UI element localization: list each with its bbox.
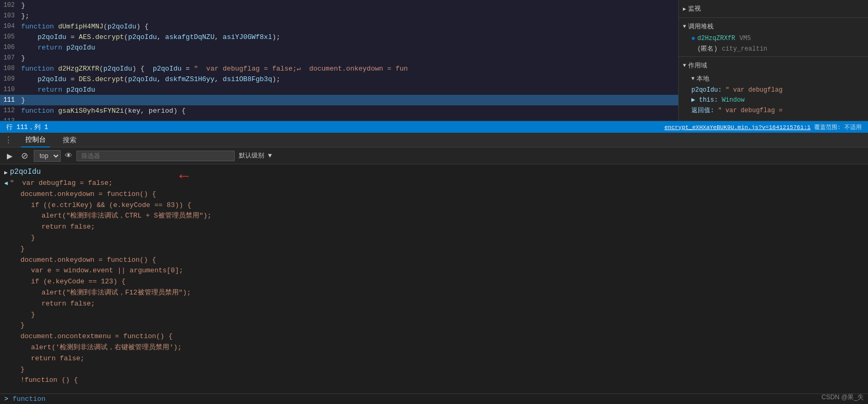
console-input-line[interactable]: > function <box>0 393 868 404</box>
code-line-113: 113 <box>0 116 678 121</box>
code-line-109: 109 p2qoIdu = DES.decrypt(p2qoIdu, dskfm… <box>0 74 678 84</box>
code-line-112: 112 function gsaKiS0yh4sFYN2i(key, perio… <box>0 105 678 116</box>
filter-input[interactable] <box>76 151 235 161</box>
console-entry-value: ◀ " var debugflag = false; document.onke… <box>0 177 868 387</box>
scope-expand-icon: ▼ <box>683 63 686 68</box>
code-line-105: 105 p2qoIdu = AES.decrypt(p2qoIdu, askaf… <box>0 32 678 42</box>
console-toolbar: ▶ ⊘ top 👁 默认级别 ▼ <box>0 147 868 164</box>
scope-var-2: 返回值: " var debugflag = <box>683 105 864 116</box>
right-panel: ▶ 监视 ▼ 调用堆栈 ◆ d2HzqZRXfR VM5 ◆ (匿名) city… <box>678 0 868 121</box>
value-line-14: document.oncontextmenu = function() { <box>10 332 173 340</box>
monitor-header[interactable]: ▶ 监视 <box>683 2 864 15</box>
value-line-1: document.onkeydown = function() { <box>10 190 156 198</box>
code-line-111: 111 } ← <box>0 95 678 105</box>
scope-label: 作用域 <box>688 61 707 70</box>
stack-bullet-1: ◆ <box>691 45 695 53</box>
input-function-keyword: function <box>13 395 45 403</box>
variable-label: p2qoIdu <box>10 167 41 176</box>
console-entry-variable[interactable]: ▶ p2qoIdu <box>0 166 868 177</box>
scope-var-val-1: Window <box>722 96 745 104</box>
value-line-10: alert("检测到非法调试，F12被管理员禁用"); <box>10 289 191 297</box>
console-value-content: " var debugflag = false; document.onkeyd… <box>10 178 864 386</box>
status-position: 行 111，列 1 <box>6 123 664 132</box>
value-line-7: document.onkeydown = function() { <box>10 256 156 264</box>
call-stack-section: ▼ 调用堆栈 ◆ d2HzqZRXfR VM5 ◆ (匿名) city_real… <box>679 18 868 57</box>
stack-fn-1: (匿名) <box>697 44 717 53</box>
code-editor: 102 } 103 }; 104 function dUmfipH4MNJ(p2… <box>0 0 678 121</box>
status-file-link[interactable]: encrypt_eXHXaYeBUK9U.min.js?v=1641215761… <box>664 124 811 131</box>
value-line-0: " var debugflag = false; <box>10 179 113 187</box>
tab-search[interactable]: 搜索 <box>59 133 81 147</box>
call-stack-header[interactable]: ▼ 调用堆栈 <box>683 20 864 33</box>
code-line-106: 106 return p2qoIdu <box>0 42 678 53</box>
execute-button[interactable]: ▶ <box>4 151 15 161</box>
scope-var-name-2: 返回值: <box>691 107 718 114</box>
stack-file-1: city_realtin <box>722 45 767 53</box>
local-label: 本地 <box>697 74 709 83</box>
code-line-103: 103 }; <box>0 11 678 21</box>
scope-var-name-1: ▶ this: <box>691 96 722 104</box>
status-link-area: encrypt_eXHXaYeBUK9U.min.js?v=1641215761… <box>664 123 862 131</box>
local-header[interactable]: ▼ 本地 <box>683 72 864 85</box>
watermark: CSDN @果_失 <box>822 393 864 402</box>
code-line-102: 102 } <box>0 0 678 11</box>
status-coverage: 覆盖范围: 不适用 <box>814 124 862 131</box>
value-line-2: if ((e.ctrlKey) && (e.keyCode == 83)) { <box>10 201 191 209</box>
input-prompt: > <box>4 395 8 403</box>
scope-var-val-2: " var debugflag = <box>718 107 782 114</box>
monitor-expand-icon: ▶ <box>683 6 686 12</box>
stack-bullet-0: ◆ <box>691 34 695 42</box>
context-selector[interactable]: top <box>34 150 61 162</box>
call-stack-label: 调用堆栈 <box>688 22 713 31</box>
status-bar: 行 111，列 1 encrypt_eXHXaYeBUK9U.min.js?v=… <box>0 121 868 133</box>
value-line-16: return false; <box>10 354 84 362</box>
value-line-4: return false; <box>10 223 95 231</box>
code-line-110: 110 return p2qoIdu <box>0 84 678 95</box>
value-line-9: if (e.keyCode == 123) { <box>10 278 126 285</box>
scope-var-0: p2qoIdu: " var debugflag <box>683 85 864 95</box>
clear-button[interactable]: ⊘ <box>19 151 30 161</box>
scope-var-1: ▶ this: Window <box>683 95 864 105</box>
tab-menu-icon[interactable]: ⋮ <box>4 135 13 145</box>
tab-console[interactable]: 控制台 <box>21 133 50 147</box>
monitor-section: ▶ 监视 <box>679 0 868 18</box>
code-lines: 102 } 103 }; 104 function dUmfipH4MNJ(p2… <box>0 0 678 121</box>
value-line-5: } <box>10 234 35 242</box>
stack-fn-0: d2HzqZRXfR <box>697 35 735 42</box>
scope-var-name-0: p2qoIdu: <box>691 86 726 94</box>
value-line-12: } <box>10 311 35 319</box>
scope-var-val-0: " var debugflag <box>726 86 783 94</box>
call-stack-expand-icon: ▼ <box>683 24 686 29</box>
code-line-104: 104 function dUmfipH4MNJ(p2qoIdu) { <box>0 21 678 32</box>
code-line-107: 107 } <box>0 53 678 63</box>
scope-header[interactable]: ▼ 作用域 <box>683 59 864 72</box>
code-line-108: 108 function d2HzgZRXfR(p2qoIdu) { p2qoI… <box>0 63 678 74</box>
stack-item-0[interactable]: ◆ d2HzqZRXfR VM5 <box>683 33 864 43</box>
monitor-label: 监视 <box>688 4 701 13</box>
value-line-8: var e = window.event || arguments[0]; <box>10 267 184 274</box>
stack-item-1[interactable]: ◆ (匿名) city_realtin <box>683 43 864 54</box>
eye-icon[interactable]: 👁 <box>65 152 72 160</box>
value-line-18: !function () { <box>10 376 78 384</box>
value-line-11: return false; <box>10 300 95 308</box>
local-expand-icon: ▼ <box>691 76 695 82</box>
scope-section: ▼ 作用域 ▼ 本地 p2qoIdu: " var debugflag ▶ th… <box>679 57 868 118</box>
value-line-3: alert("检测到非法调试，CTRL + S被管理员禁用"); <box>10 212 211 220</box>
tab-bar: ⋮ 控制台 搜索 <box>0 133 868 147</box>
log-level-selector[interactable]: 默认级别 ▼ <box>239 151 272 160</box>
value-line-15: alert('检测到非法调试，右键被管理员禁用'); <box>10 343 182 351</box>
console-output: ← ▶ p2qoIdu ◀ " var debugflag = false; d… <box>0 164 868 404</box>
value-line-6: } <box>10 245 25 253</box>
value-line-17: } <box>10 366 25 373</box>
stack-file-0: VM5 <box>739 35 751 42</box>
value-line-13: } <box>10 321 25 329</box>
